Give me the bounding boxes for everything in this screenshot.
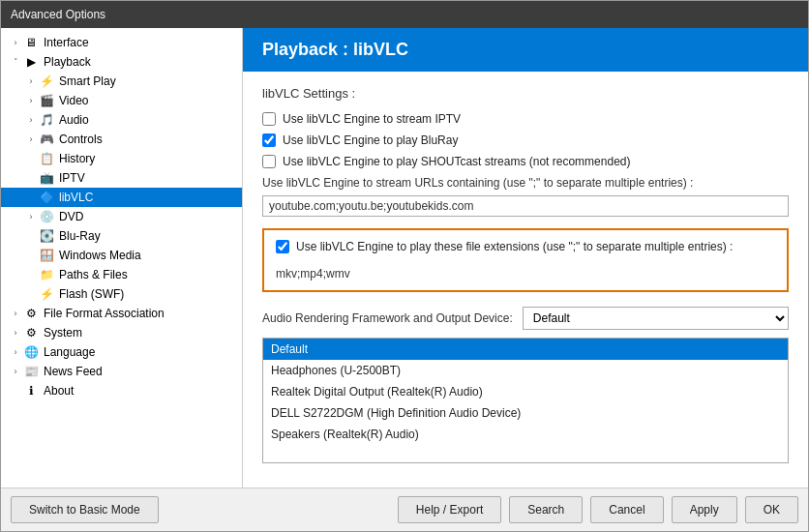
sidebar-icon: 📋 — [38, 151, 55, 166]
rendering-row: Audio Rendering Framework and Output Dev… — [262, 307, 789, 330]
arrow-icon: › — [9, 309, 22, 318]
sidebar-item-libvlc[interactable]: 🔷libVLC — [1, 188, 242, 207]
ext-checkbox[interactable] — [276, 240, 289, 253]
sidebar-item-video[interactable]: ›🎬Video — [1, 91, 242, 110]
content-header: Playback : libVLC — [243, 28, 808, 72]
device-item-dell[interactable]: DELL S2722DGM (High Definition Audio Dev… — [263, 402, 788, 424]
sidebar-item-label: Audio — [59, 113, 89, 127]
sidebar-icon: 🪟 — [38, 248, 55, 263]
device-item-headphones[interactable]: Headphones (U-2500BT) — [263, 360, 788, 381]
sidebar-item-windows-media[interactable]: 🪟Windows Media — [1, 246, 242, 265]
ext-checkbox-row: Use libVLC Engine to play these file ext… — [276, 240, 775, 253]
sidebar-item-paths-files[interactable]: 📁Paths & Files — [1, 265, 242, 284]
sidebar-item-iptv[interactable]: 📺IPTV — [1, 168, 242, 188]
sidebar-icon: 🌐 — [22, 344, 40, 360]
device-item-speakers[interactable]: Speakers (Realtek(R) Audio) — [263, 424, 788, 445]
window-title: Advanced Options — [11, 8, 105, 21]
sidebar-icon: ⚙ — [22, 325, 40, 340]
sidebar: ›🖥Interface˅▶Playback›⚡Smart Play›🎬Video… — [1, 28, 243, 488]
arrow-icon: › — [24, 96, 38, 105]
checkbox-row-shoutcast: Use libVLC Engine to play SHOUTcast stre… — [262, 155, 789, 168]
device-list: DefaultHeadphones (U-2500BT)Realtek Digi… — [262, 338, 789, 463]
sidebar-item-label: History — [59, 152, 95, 165]
ext-label: Use libVLC Engine to play these file ext… — [296, 240, 733, 253]
sidebar-icon: ⚙ — [22, 306, 40, 321]
arrow-icon: › — [9, 38, 22, 47]
sidebar-item-label: Flash (SWF) — [59, 287, 124, 301]
arrow-icon: › — [9, 347, 22, 357]
sidebar-item-label: libVLC — [59, 191, 93, 204]
checkbox-label-stream-iptv: Use libVLC Engine to stream IPTV — [283, 112, 461, 126]
sidebar-icon: 📰 — [22, 364, 40, 379]
sidebar-item-label: Smart Play — [59, 74, 116, 88]
sidebar-item-language[interactable]: ›🌐Language — [1, 342, 242, 362]
sidebar-item-label: IPTV — [59, 171, 85, 185]
sidebar-item-news-feed[interactable]: ›📰News Feed — [1, 362, 242, 381]
arrow-icon: › — [24, 212, 38, 222]
sidebar-icon: ⚡ — [38, 286, 55, 302]
sidebar-item-blu-ray[interactable]: 💽Blu-Ray — [1, 226, 242, 246]
section-label: libVLC Settings : — [262, 86, 789, 101]
sidebar-icon: 📁 — [38, 267, 55, 282]
sidebar-icon: ℹ — [22, 383, 40, 399]
sidebar-icon: 📺 — [38, 170, 55, 186]
arrow-icon: ˅ — [9, 57, 22, 67]
footer: Switch to Basic Mode Help / Export Searc… — [1, 488, 808, 531]
sidebar-item-label: About — [44, 384, 74, 398]
checkbox-stream-iptv[interactable] — [262, 112, 276, 126]
sidebar-item-label: Paths & Files — [59, 268, 128, 281]
ext-section: Use libVLC Engine to play these file ext… — [262, 228, 789, 292]
checkbox-shoutcast[interactable] — [262, 155, 276, 168]
sidebar-item-label: Interface — [44, 36, 89, 49]
help-export-button[interactable]: Help / Export — [398, 496, 501, 523]
checkbox-row-stream-iptv: Use libVLC Engine to stream IPTV — [262, 112, 789, 126]
sidebar-item-playback[interactable]: ˅▶Playback — [1, 52, 242, 72]
sidebar-icon: ▶ — [22, 54, 40, 70]
sidebar-item-interface[interactable]: ›🖥Interface — [1, 33, 242, 52]
content-body: libVLC Settings : Use libVLC Engine to s… — [243, 72, 808, 488]
title-bar: Advanced Options — [1, 1, 808, 28]
url-input[interactable] — [262, 195, 789, 217]
arrow-icon: › — [24, 115, 38, 125]
sidebar-item-label: System — [44, 326, 82, 340]
sidebar-icon: 💿 — [38, 209, 55, 224]
sidebar-item-dvd[interactable]: ›💿DVD — [1, 207, 242, 226]
sidebar-icon: 💽 — [38, 228, 55, 244]
sidebar-item-audio[interactable]: ›🎵Audio — [1, 110, 242, 130]
content-area: Playback : libVLC libVLC Settings : Use … — [243, 28, 808, 488]
checkbox-play-bluray[interactable] — [262, 133, 276, 147]
arrow-icon: › — [24, 134, 38, 144]
sidebar-icon: 🎬 — [38, 93, 55, 108]
sidebar-item-label: DVD — [59, 210, 83, 223]
rendering-label: Audio Rendering Framework and Output Dev… — [262, 311, 513, 325]
sidebar-item-smart-play[interactable]: ›⚡Smart Play — [1, 72, 242, 91]
arrow-icon: › — [9, 367, 22, 376]
sidebar-item-label: File Format Association — [44, 307, 165, 320]
sidebar-item-system[interactable]: ›⚙System — [1, 323, 242, 342]
switch-to-basic-button[interactable]: Switch to Basic Mode — [11, 496, 159, 523]
device-item-realtek-digital[interactable]: Realtek Digital Output (Realtek(R) Audio… — [263, 381, 788, 402]
device-item-default[interactable]: Default — [263, 339, 788, 360]
sidebar-item-history[interactable]: 📋History — [1, 149, 242, 168]
sidebar-item-flash-swf[interactable]: ⚡Flash (SWF) — [1, 284, 242, 304]
ok-button[interactable]: OK — [745, 496, 798, 523]
sidebar-item-controls[interactable]: ›🎮Controls — [1, 130, 242, 149]
sidebar-item-label: Video — [59, 94, 88, 107]
apply-button[interactable]: Apply — [672, 496, 737, 523]
ext-input[interactable] — [276, 267, 775, 281]
search-button[interactable]: Search — [509, 496, 583, 523]
checkbox-label-play-bluray: Use libVLC Engine to play BluRay — [283, 133, 458, 147]
cancel-button[interactable]: Cancel — [590, 496, 663, 523]
rendering-select[interactable]: Default — [523, 307, 789, 330]
sidebar-item-label: Blu-Ray — [59, 229, 101, 243]
sidebar-item-about[interactable]: ℹAbout — [1, 381, 242, 400]
sidebar-item-label: Language — [44, 345, 95, 359]
sidebar-item-file-format[interactable]: ›⚙File Format Association — [1, 304, 242, 323]
sidebar-icon: 🔷 — [38, 190, 55, 205]
window-body: ›🖥Interface˅▶Playback›⚡Smart Play›🎬Video… — [1, 28, 808, 488]
sidebar-item-label: Controls — [59, 133, 103, 146]
sidebar-icon: 🖥 — [22, 35, 40, 50]
arrow-icon: › — [9, 328, 22, 338]
footer-left: Switch to Basic Mode — [11, 496, 159, 523]
sidebar-icon: 🎵 — [38, 112, 55, 128]
